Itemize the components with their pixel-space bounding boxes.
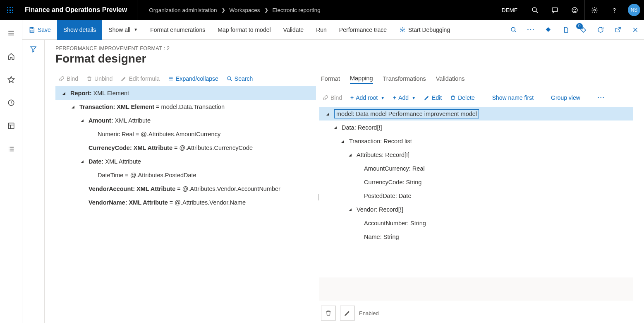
recent-icon[interactable] xyxy=(5,96,18,109)
workspace-icon[interactable] xyxy=(5,119,18,133)
tree-row[interactable]: VendorName: XML Attribute = @.Attributes… xyxy=(55,195,316,209)
tag-icon[interactable]: 0 xyxy=(575,20,592,40)
tree-label: Report: XML Element xyxy=(70,90,129,96)
chevron-down-icon: ▼ xyxy=(412,96,416,100)
popout-icon[interactable] xyxy=(609,20,627,40)
help-icon[interactable] xyxy=(604,0,624,20)
validate-button[interactable]: Validate xyxy=(277,20,310,40)
tree-row[interactable]: VendorAccount: XML Attribute = @.Attribu… xyxy=(55,182,316,195)
pencil-icon xyxy=(121,76,127,82)
edit-button[interactable]: Edit xyxy=(421,93,445,103)
tree-label: Attributes: Record[!] xyxy=(357,152,409,158)
tree-row[interactable]: Name: String xyxy=(319,230,633,243)
more-button[interactable]: ··· xyxy=(594,93,608,103)
search-button[interactable]: Search xyxy=(223,74,256,84)
tree-row[interactable]: AccountNumber: String xyxy=(319,216,633,230)
tree-row[interactable]: ◢Transaction: XML Element = model.Data.T… xyxy=(55,100,316,113)
tree-row[interactable]: PostedDate: Date xyxy=(319,189,633,202)
tree-row[interactable]: ◢Attributes: Record[!] xyxy=(319,148,633,162)
expander-icon[interactable]: ◢ xyxy=(60,91,67,95)
tree-row[interactable]: ◢Vendor: Record[!] xyxy=(319,202,633,216)
expander-icon[interactable]: ◢ xyxy=(339,139,346,143)
expander-icon[interactable]: ◢ xyxy=(69,105,76,109)
expander-icon[interactable]: ◢ xyxy=(324,112,331,116)
tree-row[interactable]: CurrencyCode: XML Attribute = @.Attribut… xyxy=(55,141,316,154)
group-view-button[interactable]: Group view xyxy=(548,93,584,103)
breadcrumb-item[interactable]: Electronic reporting xyxy=(273,7,321,13)
enabled-label: Enabled xyxy=(359,310,379,316)
tree-label: Data: Record[!] xyxy=(342,124,382,131)
trash-icon xyxy=(450,95,456,101)
tab-transformations[interactable]: Transformations xyxy=(383,74,426,84)
modules-icon[interactable] xyxy=(5,142,18,156)
tree-row[interactable]: Numeric Real = @.Attributes.AmountCurren… xyxy=(55,127,316,141)
waffle-icon xyxy=(7,7,13,13)
app-launcher-button[interactable] xyxy=(0,0,20,20)
performance-trace-button[interactable]: Performance trace xyxy=(333,20,393,40)
tree-row[interactable]: ◢Report: XML Element xyxy=(55,86,316,100)
delete-button[interactable]: Delete xyxy=(447,93,478,103)
tab-format[interactable]: Format xyxy=(321,74,340,84)
show-name-first-button[interactable]: Show name first xyxy=(489,93,537,103)
tree-row[interactable]: ◢Transaction: Record list xyxy=(319,134,633,148)
tree-row[interactable]: DateTime = @.Attributes.PostedDate xyxy=(55,168,316,182)
chat-icon[interactable] xyxy=(545,0,565,20)
search-icon[interactable] xyxy=(525,0,545,20)
user-avatar[interactable]: NS xyxy=(628,4,640,16)
show-all-button[interactable]: Show all▼ xyxy=(102,20,144,40)
link-icon xyxy=(59,76,65,82)
edit-record-button[interactable] xyxy=(340,306,355,321)
document-icon[interactable] xyxy=(557,20,575,40)
diamond-icon[interactable] xyxy=(540,20,557,40)
format-enumerations-button[interactable]: Format enumerations xyxy=(144,20,211,40)
tree-label: CurrencyCode: XML Attribute = @.Attribut… xyxy=(89,145,253,151)
search-page-icon[interactable] xyxy=(505,20,522,40)
expander-icon[interactable]: ◢ xyxy=(347,153,353,157)
add-root-button[interactable]: +Add root▼ xyxy=(347,93,388,103)
expander-icon[interactable]: ◢ xyxy=(79,159,85,164)
expander-icon[interactable]: ◢ xyxy=(79,118,85,123)
add-button[interactable]: +Add▼ xyxy=(390,93,419,103)
map-format-button[interactable]: Map format to model xyxy=(211,20,277,40)
tab-mapping[interactable]: Mapping xyxy=(350,73,373,84)
tree-row[interactable]: ◢Date: XML Attribute xyxy=(55,154,316,168)
delete-record-button[interactable] xyxy=(321,306,336,321)
tree-label: Date: XML Attribute xyxy=(89,158,141,165)
expander-icon[interactable]: ◢ xyxy=(347,207,353,212)
company-label[interactable]: DEMF xyxy=(494,7,525,13)
close-icon[interactable] xyxy=(627,20,644,40)
tab-validations[interactable]: Validations xyxy=(436,74,465,84)
left-toolbar: Bind Unbind Edit formula Expand/collapse… xyxy=(55,71,316,86)
tree-row[interactable]: CurrencyCode: String xyxy=(319,175,633,189)
smiley-icon[interactable] xyxy=(565,0,584,20)
svg-point-25 xyxy=(511,27,515,31)
format-tree[interactable]: ◢Report: XML Element◢Transaction: XML El… xyxy=(55,86,316,323)
start-debugging-button[interactable]: Start Debugging xyxy=(393,20,456,40)
star-icon[interactable] xyxy=(5,73,18,86)
svg-marker-31 xyxy=(31,47,36,52)
save-button[interactable]: Save xyxy=(22,20,57,40)
pencil-icon xyxy=(424,95,430,101)
svg-point-5 xyxy=(575,9,576,10)
mapping-tree[interactable]: ◢model: Data model Performance improveme… xyxy=(319,107,633,274)
menu-icon[interactable] xyxy=(5,27,18,40)
tree-row[interactable]: AmountCurrency: Real xyxy=(319,162,633,175)
tree-row[interactable]: ◢Data: Record[!] xyxy=(319,121,633,134)
show-details-button[interactable]: Show details xyxy=(57,20,102,40)
expander-icon[interactable]: ◢ xyxy=(332,125,338,130)
tree-row[interactable]: ◢model: Data model Performance improveme… xyxy=(319,107,633,121)
home-icon[interactable] xyxy=(5,50,18,63)
tree-label: AmountCurrency: Real xyxy=(364,165,425,172)
settings-icon[interactable] xyxy=(584,0,604,20)
plus-icon: + xyxy=(350,94,354,101)
refresh-icon[interactable] xyxy=(592,20,609,40)
expand-collapse-button[interactable]: Expand/collapse xyxy=(165,74,222,84)
splitter[interactable] xyxy=(316,71,319,323)
more-icon[interactable]: ··· xyxy=(522,20,540,40)
filter-icon[interactable] xyxy=(30,46,37,323)
breadcrumb-item[interactable]: Organization administration xyxy=(149,7,217,13)
run-button[interactable]: Run xyxy=(310,20,333,40)
breadcrumb-item[interactable]: Workspaces xyxy=(230,7,260,13)
tree-row[interactable]: ◢Amount: XML Attribute xyxy=(55,113,316,127)
tree-label: Name: String xyxy=(364,234,399,240)
